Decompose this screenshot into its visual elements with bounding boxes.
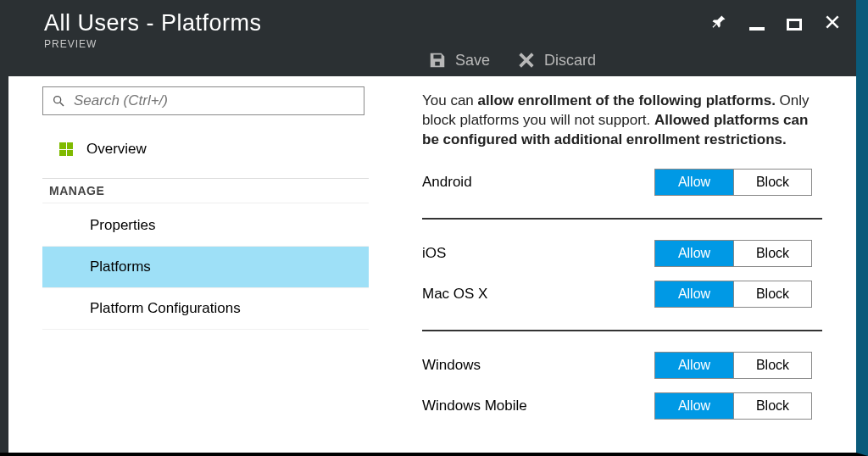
sidebar: Overview MANAGE PropertiesPlatformsPlatf… — [0, 76, 390, 453]
overview-label: Overview — [86, 141, 147, 158]
allow-block-toggle[interactable]: AllowBlock — [654, 392, 812, 420]
main-panel: You can allow enrollment of the followin… — [390, 76, 856, 453]
save-label: Save — [455, 52, 490, 70]
intro-text: You can allow enrollment of the followin… — [422, 92, 812, 150]
allow-block-toggle[interactable]: AllowBlock — [654, 352, 812, 379]
save-icon — [428, 51, 447, 70]
allow-option[interactable]: Allow — [655, 170, 733, 195]
minimize-icon[interactable] — [749, 19, 765, 31]
block-option[interactable]: Block — [733, 393, 811, 419]
close-icon[interactable] — [824, 14, 841, 35]
discard-label: Discard — [544, 52, 596, 70]
svg-line-1 — [60, 103, 64, 106]
discard-button[interactable]: Discard — [517, 51, 596, 70]
allow-block-toggle[interactable]: AllowBlock — [654, 169, 812, 196]
allow-option[interactable]: Allow — [655, 353, 733, 378]
sidebar-item-platform-configurations[interactable]: Platform Configurations — [42, 288, 369, 330]
platform-label: Windows — [422, 357, 481, 374]
page-subtitle: PREVIEW — [44, 38, 836, 50]
platform-row-mac-os-x: Mac OS XAllowBlock — [422, 274, 812, 314]
platform-label: Windows Mobile — [422, 398, 527, 414]
window-controls — [710, 14, 841, 35]
platform-row-windows: WindowsAllowBlock — [422, 345, 812, 386]
block-option[interactable]: Block — [733, 241, 811, 266]
search-box[interactable] — [42, 86, 364, 115]
search-input[interactable] — [74, 92, 355, 109]
sidebar-item-platforms[interactable]: Platforms — [42, 247, 369, 288]
allow-option[interactable]: Allow — [655, 393, 733, 419]
platform-row-android: AndroidAllowBlock — [422, 162, 812, 203]
sidebar-item-overview[interactable]: Overview — [42, 136, 390, 163]
overview-icon — [59, 142, 73, 156]
platform-label: Mac OS X — [422, 286, 487, 303]
search-icon — [52, 94, 65, 108]
allow-option[interactable]: Allow — [655, 281, 733, 307]
toolbar: Save Discard — [428, 51, 596, 70]
svg-point-0 — [54, 97, 61, 103]
save-button[interactable]: Save — [428, 51, 490, 70]
maximize-icon[interactable] — [787, 19, 802, 31]
window-header: All Users - Platforms PREVIEW Save Disca… — [0, 0, 856, 76]
platform-row-ios: iOSAllowBlock — [422, 233, 812, 274]
block-option[interactable]: Block — [733, 170, 811, 195]
pin-icon[interactable] — [710, 14, 727, 35]
block-option[interactable]: Block — [733, 353, 811, 378]
platform-row-windows-mobile: Windows MobileAllowBlock — [422, 386, 812, 426]
sidebar-section-manage: MANAGE — [42, 178, 369, 203]
sidebar-item-properties[interactable]: Properties — [42, 205, 369, 247]
allow-option[interactable]: Allow — [655, 241, 733, 266]
platform-label: iOS — [422, 245, 446, 262]
allow-block-toggle[interactable]: AllowBlock — [654, 240, 812, 267]
platform-label: Android — [422, 174, 472, 191]
block-option[interactable]: Block — [733, 281, 811, 307]
discard-icon — [517, 51, 536, 70]
allow-block-toggle[interactable]: AllowBlock — [654, 281, 812, 308]
